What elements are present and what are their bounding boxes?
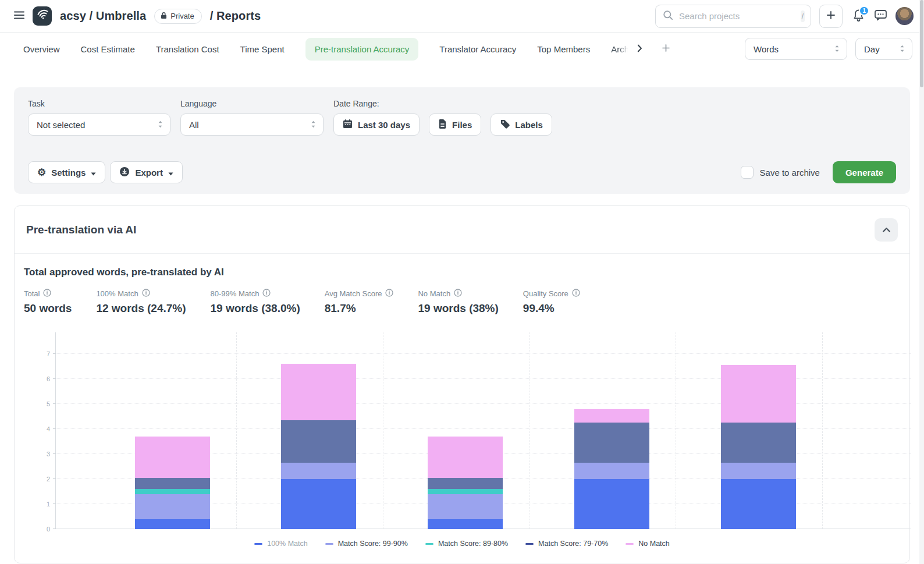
up-down-arrows-icon — [834, 44, 840, 54]
add-report-tab-button[interactable] — [662, 44, 670, 54]
stat-quality-score: Quality Score99.4% — [523, 289, 580, 315]
bar-segment — [135, 437, 210, 478]
period-select[interactable]: Day — [855, 38, 912, 60]
legend-swatch — [254, 543, 262, 545]
notifications-button[interactable]: 1 — [851, 9, 866, 24]
messages-button[interactable] — [874, 9, 887, 23]
stat-value: 50 words — [24, 302, 72, 315]
collapse-section-button[interactable] — [875, 218, 898, 242]
file-icon — [438, 119, 447, 130]
plus-icon — [662, 44, 670, 54]
info-icon[interactable] — [43, 289, 51, 299]
info-icon[interactable] — [572, 289, 580, 299]
legend-item[interactable]: Match Score: 99-90% — [325, 540, 408, 548]
page-scrollbar[interactable] — [919, 0, 924, 564]
bar-segment — [428, 494, 503, 519]
legend-swatch — [525, 543, 534, 545]
labels-filter-button[interactable]: Labels — [491, 113, 552, 136]
search-box: / — [655, 5, 811, 28]
report-tabs: OverviewCost EstimateTranslation CostTim… — [0, 33, 924, 65]
files-filter-button[interactable]: Files — [429, 113, 481, 136]
stacked-bar-3 — [428, 437, 503, 529]
scrollbar-thumb[interactable] — [920, 0, 923, 87]
bar-segment — [721, 423, 796, 463]
search-input[interactable] — [679, 11, 795, 21]
privacy-badge: Private — [154, 9, 201, 24]
chart-legend: 100% MatchMatch Score: 99-90%Match Score… — [15, 540, 909, 563]
search-icon — [663, 10, 673, 23]
app-logo[interactable] — [33, 6, 52, 26]
tab-translator-accuracy[interactable]: Translator Accuracy — [439, 44, 516, 54]
info-icon[interactable] — [454, 289, 462, 299]
vertical-gridline — [383, 332, 383, 529]
language-select-value: All — [189, 120, 199, 130]
labels-filter-label: Labels — [515, 120, 543, 130]
generate-button[interactable]: Generate — [833, 161, 896, 183]
task-select[interactable]: Not selected — [28, 113, 170, 136]
y-axis-label: 2 — [35, 476, 50, 483]
user-avatar[interactable] — [895, 7, 914, 25]
vertical-gridline — [236, 332, 237, 529]
legend-label: 100% Match — [267, 540, 307, 548]
y-axis-label: 1 — [35, 501, 50, 508]
stat-label: 80-99% Match — [211, 289, 260, 298]
y-axis-tick — [53, 378, 56, 379]
bar-segment — [281, 463, 356, 479]
save-to-archive-label: Save to archive — [760, 168, 820, 178]
tabs-scroll-right-button[interactable] — [637, 44, 642, 54]
y-axis-tick — [53, 478, 56, 479]
bar-segment — [428, 519, 503, 529]
breadcrumb-project[interactable]: acsy / Umbrella — [60, 9, 146, 23]
lock-icon — [161, 12, 167, 21]
info-icon[interactable] — [262, 289, 271, 299]
export-button[interactable]: Export — [110, 161, 183, 183]
date-range-button[interactable]: Last 30 days — [333, 113, 420, 136]
language-select[interactable]: All — [180, 113, 324, 136]
tab-translation-cost[interactable]: Translation Cost — [156, 44, 219, 54]
language-label: Language — [180, 99, 324, 108]
stat-label: Avg Match Score — [325, 289, 382, 298]
settings-button-label: Settings — [51, 168, 86, 178]
search-shortcut-key: / — [801, 10, 805, 22]
stat-value: 19 words (38.0%) — [211, 302, 300, 315]
legend-label: No Match — [638, 540, 670, 548]
legend-item[interactable]: Match Score: 89-80% — [425, 540, 508, 548]
reports-page: acsy / Umbrella Private / Reports / — [0, 0, 924, 564]
plus-icon — [827, 11, 835, 21]
legend-item[interactable]: 100% Match — [254, 540, 307, 548]
y-axis-tick — [53, 503, 56, 504]
tab-arch[interactable]: Arch — [611, 44, 629, 54]
legend-swatch — [425, 543, 433, 545]
stat-value: 99.4% — [523, 302, 580, 315]
pretranslation-report-card: Pre-translation via AI Total approved wo… — [14, 205, 910, 563]
tab-pre-translation-accuracy[interactable]: Pre-translation Accuracy — [305, 38, 419, 61]
unit-select[interactable]: Words — [745, 38, 847, 60]
bar-segment — [574, 463, 649, 479]
legend-item[interactable]: Match Score: 79-70% — [525, 540, 608, 548]
app-header: acsy / Umbrella Private / Reports / — [0, 0, 924, 33]
export-button-label: Export — [135, 168, 163, 178]
tab-time-spent[interactable]: Time Spent — [240, 44, 285, 54]
bar-segment — [135, 489, 210, 494]
stat-value: 81.7% — [325, 302, 394, 315]
tab-overview[interactable]: Overview — [23, 44, 60, 54]
stat-value: 19 words (38%) — [418, 302, 498, 315]
logo-icon — [35, 8, 49, 24]
create-project-button[interactable] — [819, 5, 843, 28]
up-down-arrows-icon — [900, 44, 905, 54]
chevron-right-icon — [637, 44, 642, 54]
stat-100-match: 100% Match12 words (24.7%) — [96, 289, 186, 315]
vertical-gridline — [529, 332, 530, 529]
settings-button[interactable]: ⚙ Settings — [28, 161, 105, 183]
tab-top-members[interactable]: Top Members — [537, 44, 590, 54]
stacked-bar-4 — [574, 409, 649, 529]
save-to-archive-checkbox[interactable] — [741, 166, 754, 179]
save-to-archive-option[interactable]: Save to archive — [741, 166, 820, 179]
info-icon[interactable] — [385, 289, 393, 299]
tab-cost-estimate[interactable]: Cost Estimate — [81, 44, 135, 54]
stat-avg-match-score: Avg Match Score81.7% — [325, 289, 394, 315]
info-icon[interactable] — [142, 289, 150, 299]
menu-button[interactable] — [14, 11, 24, 21]
stat-label: 100% Match — [96, 289, 138, 298]
legend-item[interactable]: No Match — [626, 540, 670, 548]
